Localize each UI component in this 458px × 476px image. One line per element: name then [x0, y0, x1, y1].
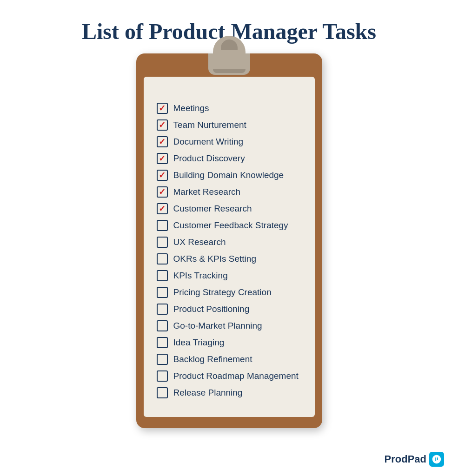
task-item: Document Writing [157, 136, 302, 147]
prodpad-icon [429, 452, 444, 467]
clipboard-clip [208, 36, 250, 73]
task-label: Go-to-Market Planning [173, 321, 262, 331]
checkbox-unchecked[interactable] [157, 304, 168, 315]
prodpad-logo: ProdPad [385, 452, 444, 467]
task-item: Building Domain Knowledge [157, 170, 302, 181]
task-label: Product Roadmap Management [173, 371, 299, 381]
task-label: Meetings [173, 103, 209, 113]
checkbox-unchecked[interactable] [157, 270, 168, 281]
checkbox-unchecked[interactable] [157, 220, 168, 231]
task-label: Release Planning [173, 388, 243, 398]
checkbox-checked[interactable] [157, 103, 168, 114]
task-item: Meetings [157, 103, 302, 114]
task-label: KPIs Tracking [173, 271, 228, 281]
task-label: Idea Triaging [173, 337, 225, 348]
task-label: Document Writing [173, 137, 244, 147]
task-item: KPIs Tracking [157, 270, 302, 281]
task-list: MeetingsTeam NurturementDocument Writing… [157, 103, 302, 398]
checkbox-checked[interactable] [157, 170, 168, 181]
task-label: Customer Feedback Strategy [173, 220, 288, 231]
clipboard-wrapper: MeetingsTeam NurturementDocument Writing… [132, 53, 327, 428]
task-item: Release Planning [157, 387, 302, 398]
prodpad-brand-name: ProdPad [385, 453, 426, 465]
clipboard-backing: MeetingsTeam NurturementDocument Writing… [136, 53, 322, 428]
checkbox-unchecked[interactable] [157, 253, 168, 264]
checkbox-unchecked[interactable] [157, 370, 168, 382]
task-label: Building Domain Knowledge [173, 170, 284, 180]
checkbox-unchecked[interactable] [157, 354, 168, 365]
task-label: Team Nurturement [173, 120, 246, 130]
task-label: Product Positioning [173, 304, 250, 314]
checkbox-checked[interactable] [157, 136, 168, 147]
checkbox-unchecked[interactable] [157, 387, 168, 398]
checkbox-unchecked[interactable] [157, 337, 168, 348]
task-item: Go-to-Market Planning [157, 320, 302, 331]
task-label: Pricing Strategy Creation [173, 287, 272, 298]
task-item: Team Nurturement [157, 119, 302, 131]
task-item: Market Research [157, 186, 302, 198]
task-item: Customer Feedback Strategy [157, 220, 302, 231]
checkbox-checked[interactable] [157, 153, 168, 164]
task-label: Customer Research [173, 204, 252, 214]
task-item: Customer Research [157, 203, 302, 214]
task-item: Pricing Strategy Creation [157, 287, 302, 298]
checkbox-unchecked[interactable] [157, 320, 168, 331]
task-item: UX Research [157, 237, 302, 248]
task-item: Idea Triaging [157, 337, 302, 348]
task-item: Backlog Refinement [157, 354, 302, 365]
clipboard-paper: MeetingsTeam NurturementDocument Writing… [144, 77, 315, 417]
task-label: Backlog Refinement [173, 354, 252, 364]
checkbox-checked[interactable] [157, 186, 168, 198]
task-label: Market Research [173, 187, 241, 197]
checkbox-unchecked[interactable] [157, 237, 168, 248]
task-item: OKRs & KPIs Setting [157, 253, 302, 264]
checkbox-checked[interactable] [157, 119, 168, 131]
task-label: OKRs & KPIs Setting [173, 254, 256, 264]
task-item: Product Roadmap Management [157, 370, 302, 382]
task-item: Product Discovery [157, 153, 302, 164]
checkbox-unchecked[interactable] [157, 287, 168, 298]
task-label: Product Discovery [173, 153, 245, 164]
checkbox-checked[interactable] [157, 203, 168, 214]
task-label: UX Research [173, 237, 226, 247]
task-item: Product Positioning [157, 304, 302, 315]
